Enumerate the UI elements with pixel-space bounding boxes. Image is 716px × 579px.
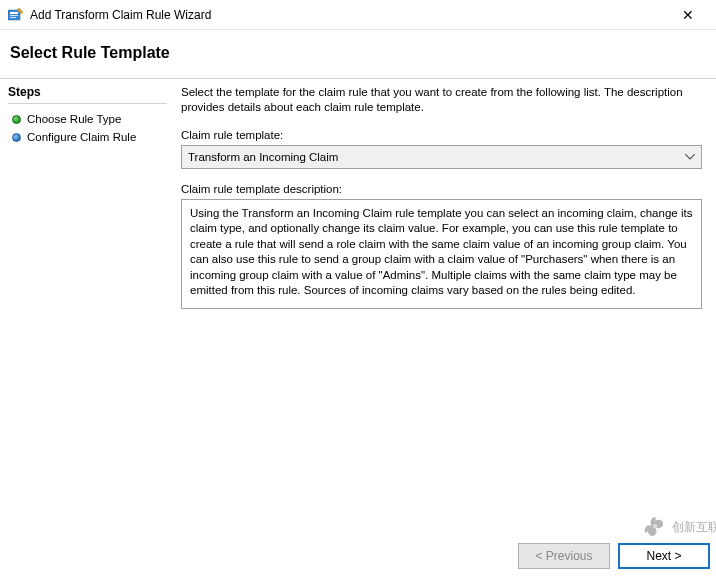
svg-rect-2 [10,15,18,16]
wizard-footer: < Previous Next > 创新互联 [512,533,716,579]
description-text: Using the Transform an Incoming Claim ru… [190,207,692,297]
previous-button: < Previous [518,543,610,569]
window-title: Add Transform Claim Rule Wizard [30,8,668,22]
template-label: Claim rule template: [181,129,702,141]
step-label: Configure Claim Rule [27,131,136,143]
main-panel: Select the template for the claim rule t… [175,79,716,539]
template-selected-value: Transform an Incoming Claim [188,151,338,163]
close-icon: ✕ [682,7,694,23]
watermark-text: 创新互联 [672,520,716,534]
template-dropdown[interactable]: Transform an Incoming Claim [181,145,702,169]
steps-sidebar: Steps Choose Rule Type Configure Claim R… [0,79,175,539]
steps-heading: Steps [8,85,167,104]
bullet-pending-icon [12,133,21,142]
step-label: Choose Rule Type [27,113,121,125]
svg-point-4 [653,524,657,528]
description-box: Using the Transform an Incoming Claim ru… [181,199,702,309]
chevron-down-icon [679,146,701,168]
page-title: Select Rule Template [10,44,706,62]
description-label: Claim rule template description: [181,183,702,195]
next-label: Next > [646,549,681,563]
close-button[interactable]: ✕ [668,1,708,29]
wizard-header: Select Rule Template [0,30,716,74]
wizard-icon [8,7,24,23]
intro-text: Select the template for the claim rule t… [181,85,702,115]
site-watermark: 创新互联 [642,509,716,549]
svg-rect-3 [10,17,16,18]
bullet-active-icon [12,115,21,124]
svg-rect-1 [10,12,18,14]
step-choose-rule-type[interactable]: Choose Rule Type [8,110,167,128]
titlebar: Add Transform Claim Rule Wizard ✕ [0,0,716,30]
step-configure-claim-rule[interactable]: Configure Claim Rule [8,128,167,146]
previous-label: < Previous [535,549,592,563]
